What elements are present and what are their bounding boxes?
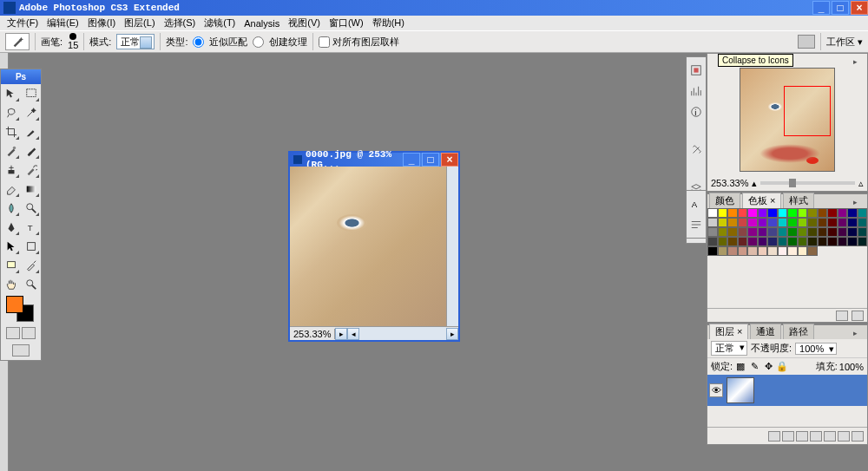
blend-mode-select[interactable]: 正常 [116, 34, 155, 49]
tab-color[interactable]: 颜色 [709, 193, 740, 208]
horizontal-scrollbar[interactable] [359, 327, 446, 340]
tab-paths[interactable]: 路径 [783, 324, 814, 339]
lock-position-icon[interactable]: ✥ [762, 361, 774, 373]
swatch[interactable] [787, 208, 798, 218]
swatch[interactable] [818, 218, 828, 227]
swatch[interactable] [747, 218, 758, 227]
swatch-grid[interactable] [707, 208, 867, 256]
checkbox-sample-all-layers[interactable]: 对所有图层取样 [319, 36, 399, 49]
swatch[interactable] [738, 208, 748, 218]
menu-image[interactable]: 图像(I) [84, 16, 119, 30]
swatch[interactable] [778, 208, 788, 218]
swatch[interactable] [807, 237, 818, 246]
swatch[interactable] [798, 237, 808, 246]
zoom-in-icon[interactable]: ▵ [858, 178, 864, 189]
adjustment-layer-icon[interactable] [810, 431, 822, 442]
tab-layers[interactable]: 图层 × [709, 324, 748, 339]
swatch[interactable] [798, 227, 808, 237]
swatch[interactable] [778, 218, 788, 227]
swatch[interactable] [787, 218, 798, 227]
swatch[interactable] [858, 227, 868, 237]
swatch[interactable] [738, 218, 748, 227]
menu-edit[interactable]: 编辑(E) [43, 16, 82, 30]
swatch[interactable] [787, 246, 798, 256]
swatch[interactable] [718, 227, 728, 237]
swatch[interactable] [767, 218, 778, 227]
swatch[interactable] [718, 208, 728, 218]
swatch[interactable] [738, 237, 748, 246]
swatch[interactable] [838, 218, 848, 227]
swatch[interactable] [747, 227, 758, 237]
swatch[interactable] [838, 237, 848, 246]
swatch[interactable] [798, 208, 808, 218]
crop-tool[interactable] [1, 122, 21, 141]
layer-thumbnail[interactable] [727, 377, 754, 403]
swatch[interactable] [818, 237, 828, 246]
swatch[interactable] [807, 246, 818, 256]
scroll-left[interactable]: ◂ [347, 328, 359, 340]
blur-tool[interactable] [1, 199, 21, 218]
fill-field[interactable]: 100% [839, 362, 864, 372]
eyedropper-tool[interactable] [21, 256, 41, 275]
swatch[interactable] [847, 208, 858, 218]
doc-titlebar[interactable]: 0000.jpg @ 253%(RG... _ □ × [290, 153, 458, 167]
menu-window[interactable]: 窗口(W) [326, 16, 367, 30]
lasso-tool[interactable] [1, 103, 21, 122]
swatch[interactable] [767, 227, 778, 237]
marquee-tool[interactable] [21, 84, 41, 103]
swatch[interactable] [847, 227, 858, 237]
menu-layer[interactable]: 图层(L) [121, 16, 158, 30]
doc-maximize[interactable]: □ [422, 153, 439, 167]
shape-tool[interactable] [21, 237, 41, 256]
eraser-tool[interactable] [1, 180, 21, 199]
swatch[interactable] [727, 237, 738, 246]
layer-blend-mode[interactable]: 正常 [711, 341, 747, 356]
histogram-icon[interactable] [687, 82, 706, 101]
swatch[interactable] [747, 246, 758, 256]
swatch[interactable] [847, 218, 858, 227]
swatch[interactable] [758, 227, 768, 237]
move-tool[interactable] [1, 84, 21, 103]
swatch[interactable] [707, 227, 718, 237]
menu-file[interactable]: 文件(F) [3, 16, 42, 30]
swatch[interactable] [767, 237, 778, 246]
swatch[interactable] [738, 246, 748, 256]
swatch[interactable] [767, 208, 778, 218]
swatch[interactable] [847, 237, 858, 246]
delete-layer-icon[interactable] [852, 431, 864, 442]
swatch[interactable] [718, 237, 728, 246]
new-layer-icon[interactable] [838, 431, 850, 442]
gradient-tool[interactable] [21, 180, 41, 199]
panel-menu-icon[interactable] [853, 56, 865, 66]
foreground-color[interactable] [6, 296, 23, 313]
brush-picker[interactable]: 15 [68, 33, 78, 50]
swatch[interactable] [858, 208, 868, 218]
navigator-icon[interactable] [687, 61, 706, 80]
tab-channels[interactable]: 通道 [750, 324, 781, 339]
swatch[interactable] [707, 237, 718, 246]
pen-tool[interactable] [1, 218, 21, 237]
type-tool[interactable]: T [21, 218, 41, 237]
zoom-slider[interactable] [760, 181, 855, 185]
panel-menu-icon[interactable] [853, 327, 865, 337]
swatch[interactable] [767, 246, 778, 256]
workspace-menu[interactable]: 工作区 ▾ [826, 36, 863, 49]
screen-mode-button[interactable] [12, 344, 30, 357]
scroll-right[interactable]: ▸ [446, 328, 458, 340]
info-icon[interactable]: ▸ [335, 328, 347, 340]
swatch[interactable] [807, 227, 818, 237]
swatch[interactable] [838, 227, 848, 237]
menu-view[interactable]: 视图(V) [285, 16, 324, 30]
swatch[interactable] [827, 227, 838, 237]
swatch[interactable] [827, 208, 838, 218]
vertical-scrollbar[interactable] [446, 167, 458, 326]
swatch[interactable] [778, 227, 788, 237]
swatch[interactable] [787, 237, 798, 246]
swatch[interactable] [758, 246, 768, 256]
hand-tool[interactable] [1, 275, 21, 294]
nav-zoom-value[interactable]: 253.33% [711, 178, 748, 188]
notes-tool[interactable] [1, 256, 21, 275]
layer-style-icon[interactable] [782, 431, 794, 442]
swatch[interactable] [727, 227, 738, 237]
swatch[interactable] [718, 218, 728, 227]
